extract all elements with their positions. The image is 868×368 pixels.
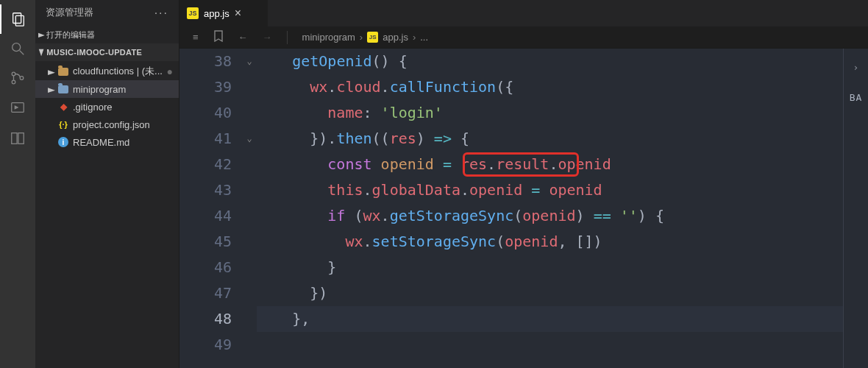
js-icon: JS <box>367 32 378 43</box>
code-line[interactable]: if (wx.getStorageSync(openid) == '') { <box>257 203 843 229</box>
file-tree: ▶cloudfunctions | (未...●▶miniprogram◆.gi… <box>35 61 179 152</box>
tree-item[interactable]: ▶miniprogram <box>35 80 179 98</box>
tab-label: app.js <box>204 8 230 19</box>
fold-chevron-icon[interactable]: ⌄ <box>246 49 252 74</box>
editor-toolbar: ≡ ← → miniprogram › JS app.js › ... <box>179 26 868 49</box>
code-line[interactable]: } <box>257 255 843 280</box>
code-line[interactable]: this.globalData.openid = openid <box>257 177 843 203</box>
separator <box>287 31 288 44</box>
code-line[interactable]: }, <box>257 306 843 332</box>
code-line[interactable]: wx.setStorageSync(openid, []) <box>257 229 843 255</box>
tree-item[interactable]: ▶cloudfunctions | (未...● <box>35 63 179 80</box>
code-line[interactable]: }).then((res) => { <box>257 126 843 152</box>
open-editors-label: 打开的编辑器 <box>46 29 95 40</box>
svg-line-3 <box>20 51 24 55</box>
breadcrumb-item[interactable]: app.js <box>383 32 408 43</box>
svg-rect-9 <box>18 133 24 144</box>
tree-item-label: miniprogram <box>73 84 126 95</box>
code-line[interactable]: getOpenid() { <box>257 49 843 74</box>
sidebar-more-icon[interactable]: ··· <box>154 7 168 20</box>
close-icon[interactable]: × <box>235 7 241 20</box>
activity-bar <box>0 0 35 368</box>
chevron-right-icon: › <box>413 32 416 43</box>
tree-item[interactable]: ◆.gitignore <box>35 98 179 116</box>
tree-item-label: cloudfunctions | (未... <box>73 65 163 78</box>
svg-point-2 <box>13 43 21 52</box>
outline-icon[interactable]: ≡ <box>193 32 199 43</box>
breadcrumb[interactable]: miniprogram › JS app.js › ... <box>302 32 428 43</box>
breadcrumb-item[interactable]: miniprogram <box>302 32 355 43</box>
dirty-indicator: ● <box>167 66 173 77</box>
code-editor[interactable]: 383940414243444546474849 ⌄⌄ getOpenid() … <box>179 49 868 368</box>
code-line[interactable]: wx.cloud.callFunction({ <box>257 74 843 100</box>
source-control-icon[interactable] <box>0 63 35 93</box>
code-line[interactable]: name: 'login' <box>257 100 843 126</box>
explorer-sidebar: 资源管理器 ··· ▶打开的编辑器 ▶MUSIC-IMOOC-UPDATE ▶c… <box>35 0 179 368</box>
sidebar-header: 资源管理器 ··· <box>35 0 179 26</box>
tree-item-label: README.md <box>73 137 129 148</box>
svg-point-5 <box>12 80 15 84</box>
tree-item[interactable]: iREADME.md <box>35 133 179 151</box>
line-number-gutter: 383940414243444546474849 <box>179 49 242 368</box>
fold-chevron-icon[interactable]: ⌄ <box>246 126 252 152</box>
svg-rect-0 <box>13 13 21 24</box>
search-icon[interactable] <box>0 34 35 63</box>
editor-group: JS app.js × ≡ ← → miniprogram › JS app.j… <box>179 0 868 368</box>
tab-bar: JS app.js × <box>179 0 868 26</box>
outline-column: › BA <box>843 49 868 368</box>
run-icon[interactable] <box>0 93 35 122</box>
forward-icon[interactable]: → <box>263 32 272 43</box>
tab-app-js[interactable]: JS app.js × <box>179 0 268 26</box>
back-icon[interactable]: ← <box>238 32 248 43</box>
explorer-icon[interactable] <box>0 4 35 34</box>
code-area[interactable]: getOpenid() { wx.cloud.callFunction({ na… <box>257 49 843 368</box>
code-line[interactable] <box>257 332 843 358</box>
layout-icon[interactable] <box>0 124 35 153</box>
svg-point-4 <box>12 72 15 76</box>
tree-item-label: project.config.json <box>73 119 150 130</box>
svg-rect-1 <box>15 15 24 26</box>
outline-label: BA <box>850 85 863 110</box>
chevron-right-icon[interactable]: › <box>853 54 859 80</box>
workspace-section[interactable]: ▶MUSIC-IMOOC-UPDATE <box>35 43 179 61</box>
bookmark-icon[interactable] <box>213 30 224 44</box>
breadcrumb-item[interactable]: ... <box>420 32 428 43</box>
code-line[interactable]: }) <box>257 280 843 306</box>
svg-rect-8 <box>12 133 17 144</box>
tree-item[interactable]: {·}project.config.json <box>35 116 179 133</box>
sidebar-title: 资源管理器 <box>46 7 93 19</box>
fold-gutter: ⌄⌄ <box>242 49 257 368</box>
svg-point-6 <box>20 77 24 80</box>
code-line[interactable]: const openid = res.result.openid <box>257 152 843 177</box>
js-icon: JS <box>187 7 199 19</box>
chevron-right-icon: › <box>360 32 363 43</box>
open-editors-section[interactable]: ▶打开的编辑器 <box>35 26 179 43</box>
tree-item-label: .gitignore <box>73 102 112 113</box>
workspace-label: MUSIC-IMOOC-UPDATE <box>46 48 142 57</box>
